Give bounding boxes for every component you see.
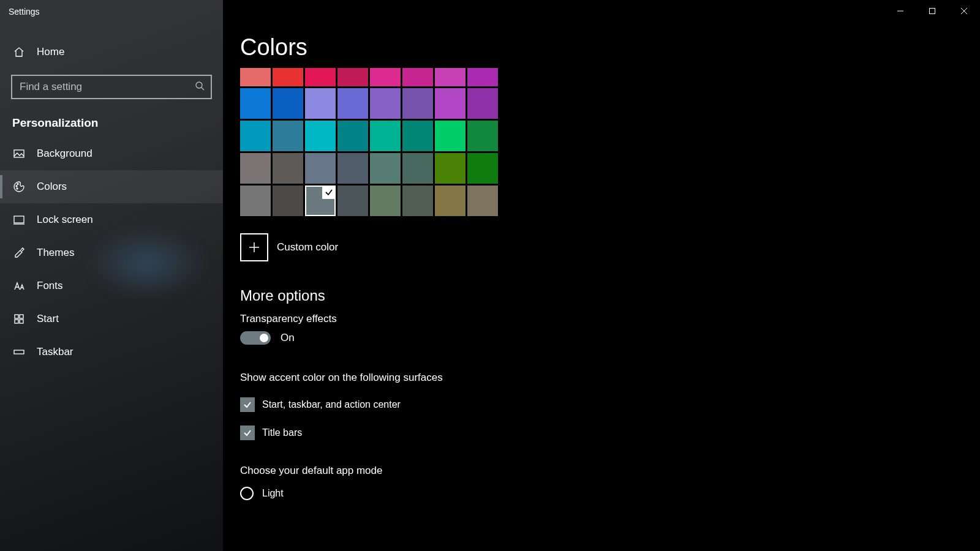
color-swatch[interactable] — [273, 121, 303, 151]
svg-rect-6 — [14, 150, 24, 157]
sidebar: Home Find a setting Personalization Back… — [0, 0, 223, 551]
color-swatch[interactable] — [305, 186, 336, 216]
transparency-state: On — [281, 332, 295, 344]
sidebar-item-lock-screen[interactable]: Lock screen — [0, 203, 223, 236]
sidebar-item-taskbar[interactable]: Taskbar — [0, 335, 223, 369]
color-swatch[interactable] — [402, 121, 433, 151]
checkbox-box — [240, 397, 255, 412]
color-swatch[interactable] — [305, 88, 336, 119]
color-swatch[interactable] — [337, 153, 368, 184]
page-title: Colors — [240, 34, 980, 61]
svg-rect-13 — [20, 315, 23, 318]
custom-color-label: Custom color — [277, 241, 338, 253]
color-swatch[interactable] — [273, 153, 303, 184]
checkbox-start-taskbar-action-center[interactable]: Start, taskbar, and action center — [240, 397, 980, 412]
sidebar-item-background[interactable]: Background — [0, 137, 223, 170]
svg-point-7 — [16, 186, 17, 187]
color-swatch-grid — [240, 68, 980, 216]
color-swatch[interactable] — [402, 88, 433, 119]
color-swatch[interactable] — [435, 153, 466, 184]
color-swatch[interactable] — [240, 68, 271, 86]
svg-rect-14 — [15, 320, 18, 323]
radio-label: Light — [262, 488, 284, 499]
title-bar: Settings — [0, 0, 980, 22]
search-icon — [195, 81, 205, 93]
svg-point-8 — [17, 184, 18, 185]
fonts-icon — [12, 279, 26, 293]
sidebar-item-label: Taskbar — [37, 346, 74, 358]
color-swatch[interactable] — [402, 153, 433, 184]
color-swatch[interactable] — [337, 186, 368, 216]
color-swatch[interactable] — [370, 186, 401, 216]
accent-surfaces-label: Show accent color on the following surfa… — [240, 372, 980, 384]
sidebar-item-label: Themes — [37, 247, 74, 259]
transparency-label: Transparency effects — [240, 313, 980, 325]
background-icon — [12, 147, 26, 160]
home-button[interactable]: Home — [0, 36, 223, 69]
sidebar-item-fonts[interactable]: Fonts — [0, 269, 223, 302]
color-swatch[interactable] — [240, 186, 271, 216]
taskbar-icon — [12, 345, 26, 359]
color-swatch[interactable] — [402, 186, 433, 216]
home-icon — [12, 45, 26, 59]
transparency-toggle[interactable] — [240, 331, 271, 345]
color-swatch[interactable] — [305, 153, 336, 184]
color-swatch[interactable] — [370, 68, 401, 86]
radio-circle — [240, 487, 254, 500]
custom-color-button[interactable]: Custom color — [240, 233, 980, 261]
color-swatch[interactable] — [240, 121, 271, 151]
colors-icon — [12, 180, 26, 193]
svg-rect-12 — [15, 315, 18, 318]
check-icon — [322, 186, 336, 199]
color-swatch[interactable] — [273, 88, 303, 119]
radio-light[interactable]: Light — [240, 487, 980, 500]
sidebar-section-title: Personalization — [0, 109, 223, 137]
sidebar-item-label: Fonts — [37, 280, 63, 292]
checkbox-title-bars[interactable]: Title bars — [240, 425, 980, 440]
color-swatch[interactable] — [467, 153, 498, 184]
color-swatch[interactable] — [467, 68, 498, 86]
checkbox-label: Title bars — [262, 427, 302, 438]
svg-rect-15 — [20, 320, 23, 323]
color-swatch[interactable] — [370, 121, 401, 151]
sidebar-item-label: Background — [37, 148, 92, 160]
sidebar-item-colors[interactable]: Colors — [0, 170, 223, 203]
sidebar-item-label: Lock screen — [37, 214, 93, 226]
color-swatch[interactable] — [273, 186, 303, 216]
color-swatch[interactable] — [402, 68, 433, 86]
color-swatch[interactable] — [435, 88, 466, 119]
color-swatch[interactable] — [370, 153, 401, 184]
sidebar-item-themes[interactable]: Themes — [0, 236, 223, 269]
color-swatch[interactable] — [435, 68, 466, 86]
app-mode-label: Choose your default app mode — [240, 465, 980, 477]
color-swatch[interactable] — [467, 121, 498, 151]
color-swatch[interactable] — [273, 68, 303, 86]
close-button[interactable] — [948, 0, 980, 22]
color-swatch[interactable] — [305, 121, 336, 151]
content-area: Colors Custom color More options Transpa… — [223, 0, 980, 551]
color-swatch[interactable] — [467, 88, 498, 119]
color-swatch[interactable] — [240, 88, 271, 119]
sidebar-item-start[interactable]: Start — [0, 302, 223, 335]
minimize-button[interactable] — [884, 0, 916, 22]
color-swatch[interactable] — [467, 186, 498, 216]
svg-point-9 — [17, 188, 18, 189]
checkbox-box — [240, 425, 255, 440]
color-swatch[interactable] — [435, 121, 466, 151]
more-options-header: More options — [240, 287, 980, 304]
color-swatch[interactable] — [337, 121, 368, 151]
color-swatch[interactable] — [240, 153, 271, 184]
sidebar-item-label: Start — [37, 313, 59, 325]
color-swatch[interactable] — [305, 68, 336, 86]
svg-rect-10 — [14, 216, 24, 223]
search-input[interactable]: Find a setting — [11, 75, 212, 99]
svg-line-5 — [202, 88, 204, 90]
color-swatch[interactable] — [337, 88, 368, 119]
color-swatch[interactable] — [337, 68, 368, 86]
maximize-button[interactable] — [916, 0, 948, 22]
color-swatch[interactable] — [435, 186, 466, 216]
home-label: Home — [37, 46, 64, 58]
color-swatch[interactable] — [370, 88, 401, 119]
svg-point-4 — [196, 82, 202, 88]
lock-screen-icon — [12, 213, 26, 227]
